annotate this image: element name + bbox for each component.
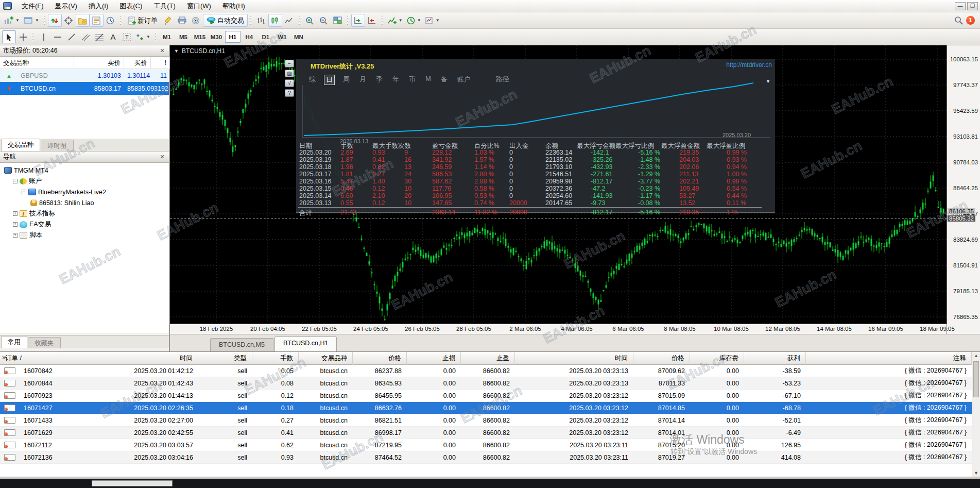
arrows-button[interactable]: ▼ xyxy=(134,30,152,43)
nav-item-0[interactable]: TMGM MT4 xyxy=(0,165,169,176)
timeframe-m1[interactable]: M1 xyxy=(159,31,175,43)
timeframe-m15[interactable]: M15 xyxy=(192,31,208,43)
vertical-line-button[interactable] xyxy=(37,30,50,43)
chart-pencil-button[interactable] xyxy=(161,14,175,27)
indicators-button[interactable]: ▼ xyxy=(386,14,405,27)
timeframe-w1[interactable]: W1 xyxy=(274,31,290,43)
orders-col-2[interactable]: 类型 xyxy=(198,352,252,365)
zoom-in-button[interactable] xyxy=(303,14,317,27)
order-row-16070844[interactable]: 160708442025.03.20 01:42:43sell0.08btcus… xyxy=(0,377,980,390)
minimize-button[interactable]: — xyxy=(955,2,966,10)
orders-col-3[interactable]: 手数 xyxy=(252,352,299,365)
chart-tab-BTCUSD.cn,M5[interactable]: BTCUSD.cn,M5 xyxy=(210,338,273,351)
orders-col-4[interactable]: 交易品种 xyxy=(299,352,353,365)
text-button[interactable]: A xyxy=(106,30,120,43)
new-order-button[interactable]: 新订单 xyxy=(124,14,161,27)
channel-button[interactable] xyxy=(78,30,92,43)
cursor-button[interactable] xyxy=(2,30,16,43)
nav-item-2[interactable]: −BlueberryMarkets-Live2 xyxy=(0,187,169,197)
mtdriver-collapse-button[interactable]: − xyxy=(285,60,294,68)
mw-tab-交易品种[interactable]: 交易品种 xyxy=(1,139,40,151)
news-button[interactable] xyxy=(189,14,203,27)
mw-col-3[interactable]: ! xyxy=(151,57,170,69)
fibonacci-button[interactable] xyxy=(92,30,106,43)
order-row-16071427[interactable]: 160714272025.03.20 02:26:35sell0.18btcus… xyxy=(0,402,980,414)
orders-col-8[interactable]: 时间 xyxy=(515,352,633,365)
order-row-16071629[interactable]: 160716292025.03.20 02:42:55sell0.41btcus… xyxy=(0,427,980,439)
mw-col-1[interactable]: 卖价 xyxy=(74,57,124,69)
nav-tab-常用[interactable]: 常用 xyxy=(1,336,27,348)
nav-item-5[interactable]: +EA交易 xyxy=(0,219,169,230)
menu-item-2[interactable]: 插入(I) xyxy=(83,1,114,11)
mw-col-2[interactable]: 买价 xyxy=(124,57,151,69)
scrollbar-thumb[interactable] xyxy=(973,361,979,397)
nav-item-3[interactable]: 865813: Shilin Liao xyxy=(0,197,169,208)
mw-row-GBPUSD[interactable]: ▲GBPUSD1.301031.3011411 xyxy=(0,69,169,82)
bar-chart-button[interactable] xyxy=(254,14,268,27)
orders-col-10[interactable]: 库存费 xyxy=(690,352,744,365)
nav-item-4[interactable]: +ƒ技术指标 xyxy=(0,208,169,219)
timeframe-d1[interactable]: D1 xyxy=(258,31,273,43)
orders-scrollbar[interactable]: ▲ ▼ xyxy=(972,352,980,477)
chart-shift-button[interactable] xyxy=(365,14,379,27)
line-chart-button[interactable] xyxy=(282,14,296,27)
order-row-16070842[interactable]: 160708422025.03.20 01:42:12sell0.05btcus… xyxy=(0,365,980,377)
terminal-close-icon[interactable]: ✕ xyxy=(2,355,6,361)
chart-tab-BTCUSD.cn,H1[interactable]: BTCUSD.cn,H1 xyxy=(274,336,337,351)
nav-item-1[interactable]: −账户 xyxy=(0,176,169,187)
orders-col-9[interactable]: 价格 xyxy=(633,352,690,365)
menu-item-0[interactable]: 文件(F) xyxy=(16,1,49,11)
orders-col-5[interactable]: 价格 xyxy=(353,352,407,365)
zoom-out-button[interactable] xyxy=(317,14,331,27)
auto-trading-button[interactable]: 自动交易 xyxy=(203,14,248,27)
order-row-16071433[interactable]: 160714332025.03.20 02:27:00sell0.27btcus… xyxy=(0,414,980,427)
templates-button[interactable]: ▼ xyxy=(423,14,442,27)
orders-col-1[interactable]: 时间 xyxy=(59,352,198,365)
timeframe-h1[interactable]: H1 xyxy=(225,31,240,43)
profiles-button[interactable]: ▼ xyxy=(22,14,41,27)
print-button[interactable] xyxy=(175,14,189,27)
orders-col-7[interactable]: 止盈 xyxy=(461,352,515,365)
periods-button[interactable]: ▼ xyxy=(405,14,423,27)
strategy-tester-button[interactable] xyxy=(104,14,117,27)
horizontal-line-button[interactable] xyxy=(50,30,64,43)
trendline-button[interactable] xyxy=(64,30,78,43)
tile-windows-button[interactable] xyxy=(331,14,345,27)
mtdriver-link[interactable]: http://mtdriver.cn xyxy=(726,61,772,69)
market-watch-close-icon[interactable]: ✕ xyxy=(159,47,166,54)
menu-item-6[interactable]: 帮助(H) xyxy=(217,1,251,11)
order-row-16070923[interactable]: 160709232025.03.20 01:44:13sell0.12btcus… xyxy=(0,390,980,402)
data-window-button[interactable] xyxy=(62,14,76,27)
mw-tab-即时图[interactable]: 即时图 xyxy=(41,140,74,151)
orders-col-6[interactable]: 止损 xyxy=(407,352,461,365)
chart-collapse-icon[interactable]: ▼ xyxy=(174,48,179,54)
terminal-button[interactable] xyxy=(90,14,104,27)
new-chart-button[interactable]: ▼ xyxy=(2,14,22,27)
search-icon[interactable] xyxy=(954,16,963,25)
notification-badge[interactable]: 1 xyxy=(966,16,975,25)
time-axis[interactable]: 18 Feb 202520 Feb 04:0522 Feb 05:0524 Fe… xyxy=(170,324,947,334)
navigator-button[interactable] xyxy=(76,14,90,27)
timeframe-m5[interactable]: M5 xyxy=(176,31,191,43)
menu-item-5[interactable]: 窗口(W) xyxy=(181,1,217,11)
menu-item-3[interactable]: 图表(C) xyxy=(114,1,148,11)
market-watch-button[interactable] xyxy=(48,14,62,27)
mw-row-BTCUSD.cn[interactable]: ▼BTCUSD.cn85803.1785835.093192 xyxy=(0,82,169,95)
scroll-up-icon[interactable]: ▲ xyxy=(972,352,980,358)
nav-tab-收藏夹[interactable]: 收藏夹 xyxy=(28,337,61,348)
scroll-down-icon[interactable]: ▼ xyxy=(972,470,980,476)
label-button[interactable]: T xyxy=(120,30,134,43)
crosshair-button[interactable] xyxy=(16,30,30,43)
order-row-16072112[interactable]: 160721122025.03.20 03:03:57sell0.62btcus… xyxy=(0,439,980,451)
menu-item-4[interactable]: 工具(T) xyxy=(148,1,181,11)
orders-col-0[interactable]: 订单 / xyxy=(0,352,59,365)
auto-scroll-button[interactable] xyxy=(351,14,365,27)
mtdriver-edit-button[interactable]: ▨ xyxy=(285,70,294,77)
candlestick-chart-button[interactable] xyxy=(268,14,282,27)
order-row-16072136[interactable]: 160721362025.03.20 03:04:16sell0.93btcus… xyxy=(0,451,980,464)
menu-item-1[interactable]: 显示(V) xyxy=(49,1,83,11)
mw-col-0[interactable]: 交易品种 xyxy=(0,57,74,69)
orders-col-11[interactable]: 获利 xyxy=(744,352,806,365)
mtdriver-check-button[interactable]: √ xyxy=(285,79,294,87)
navigator-close-icon[interactable]: ✕ xyxy=(159,154,166,160)
